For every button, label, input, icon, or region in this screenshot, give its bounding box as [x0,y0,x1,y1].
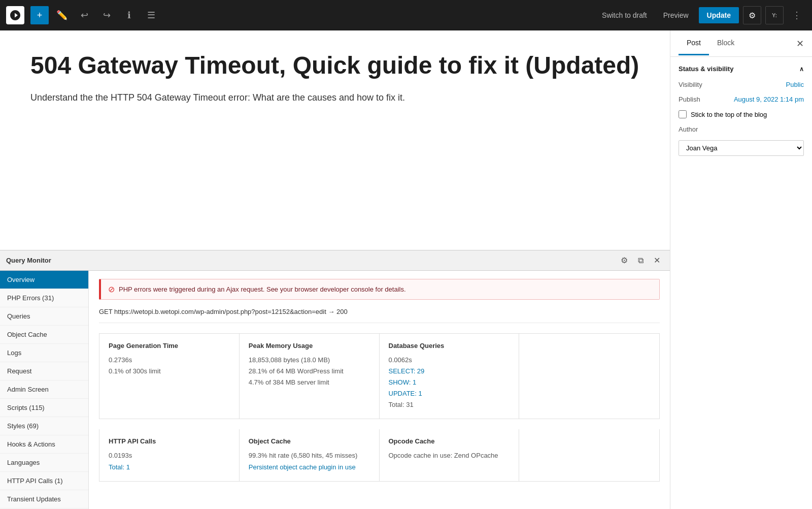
qm-header-icons: ⚙ ⧉ ✕ [617,253,664,268]
publish-date[interactable]: August 9, 2022 1:14 pm [734,96,804,103]
qm-stat-title-oc: Object Cache [249,437,370,445]
switch-draft-button[interactable]: Switch to draft [596,8,653,22]
qm-request-line: GET https://wetopi.b.wetopi.com/wp-admin… [99,308,660,323]
qm-error-notice: ⊘ PHP errors were triggered during an Aj… [99,279,660,300]
qm-stat-title-pm: Peak Memory Usage [249,342,370,349]
tab-block[interactable]: Block [709,31,742,55]
main-area: 504 Gateway Timeout, Quick guide to fix … [0,30,812,509]
status-visibility-title: Status & visibility [679,65,733,73]
post-sidebar: Post Block ✕ Status & visibility ∧ Visib… [670,30,812,509]
qm-stat-value-pgt: 0.2736s0.1% of 300s limit [109,355,230,377]
qm-stat-empty2 [519,429,659,481]
qm-http-total-link[interactable]: Total: 1 [109,462,230,473]
list-view-button[interactable]: ☰ [142,6,160,24]
qm-db-update-link[interactable]: UPDATE: 1 [389,388,510,399]
qm-title: Query Monitor [6,257,617,264]
info-button[interactable]: ℹ [120,6,138,24]
sidebar-header: Post Block ✕ [670,30,812,57]
error-icon: ⊘ [108,284,115,294]
qm-stat-title-pgt: Page Generation Time [109,342,230,349]
qm-error-text: PHP errors were triggered during an Ajax… [119,285,406,293]
qm-stat-empty1 [519,334,659,419]
stick-top-checkbox[interactable] [679,110,687,118]
qm-expand-button[interactable]: ⧉ [633,253,648,268]
add-block-button[interactable]: + [30,6,49,24]
qm-main-content: ⊘ PHP errors were triggered during an Aj… [89,271,670,509]
qm-nav-logs[interactable]: Logs [0,344,88,362]
query-monitor-panel: Query Monitor ⚙ ⧉ ✕ Overview PHP Errors … [0,250,670,509]
post-excerpt[interactable]: Understand the the HTTP 504 Gateway Time… [30,90,639,105]
qm-db-show-link[interactable]: SHOW: 1 [389,377,510,388]
qm-stat-value-opc: Opcode cache in use: Zend OPcache [389,450,510,461]
qm-stat-title-http: HTTP API Calls [109,437,230,445]
sidebar-tabs: Post Block [679,31,796,55]
qm-nav-sidebar: Overview PHP Errors (31) Queries Object … [0,271,89,509]
qm-nav-styles[interactable]: Styles (69) [0,417,88,435]
qm-nav-http-api-calls[interactable]: HTTP API Calls (1) [0,472,88,490]
qm-stat-db-queries: Database Queries 0.0062s SELECT: 29 SHOW… [380,334,520,419]
qm-oc-persistent-link[interactable]: Persistent object cache plugin in use [249,462,370,473]
wp-logo [6,6,24,24]
qm-stat-http-api: HTTP API Calls 0.0193s Total: 1 [99,429,240,481]
qm-nav-scripts[interactable]: Scripts (115) [0,399,88,417]
qm-nav-php-errors[interactable]: PHP Errors (31) [0,289,88,307]
qm-nav-queries[interactable]: Queries [0,307,88,326]
qm-body: Overview PHP Errors (31) Queries Object … [0,271,670,509]
publish-label: Publish [679,96,700,103]
undo-button[interactable]: ↩ [75,6,93,24]
qm-stat-object-cache: Object Cache 99.3% hit rate (6,580 hits,… [240,429,380,481]
edit-icon-button[interactable]: ✏️ [53,6,71,24]
qm-nav-object-cache[interactable]: Object Cache [0,326,88,344]
author-label: Author [679,125,698,133]
qm-stat-value-db: 0.0062s SELECT: 29 SHOW: 1 UPDATE: 1 Tot… [389,355,510,410]
qm-stat-page-gen-time: Page Generation Time 0.2736s0.1% of 300s… [99,334,240,419]
qm-stat-value-oc: 99.3% hit rate (6,580 hits, 45 misses) P… [249,450,370,472]
qm-nav-transient-updates[interactable]: Transient Updates [0,490,88,508]
publish-row: Publish August 9, 2022 1:14 pm [679,96,804,103]
more-options-button[interactable]: ⋮ [788,6,806,24]
qm-stats-row2: HTTP API Calls 0.0193s Total: 1 Object C… [99,429,660,481]
redo-button[interactable]: ↪ [97,6,116,24]
qm-db-total: Total: 31 [389,401,414,408]
author-select[interactable]: Joan Vega [679,140,804,156]
qm-stat-title-db: Database Queries [389,342,510,349]
stick-top-label: Stick to the top of the blog [691,111,767,118]
tab-post[interactable]: Post [679,31,709,55]
qm-nav-hooks-actions[interactable]: Hooks & Actions [0,435,88,454]
editor-area: 504 Gateway Timeout, Quick guide to fix … [0,30,670,509]
sidebar-content: Status & visibility ∧ Visibility Public … [670,57,812,509]
qm-stat-value-pm: 18,853,088 bytes (18.0 MB) 28.1% of 64 M… [249,355,370,388]
visibility-label: Visibility [679,81,702,88]
qm-header: Query Monitor ⚙ ⧉ ✕ [0,250,670,271]
visibility-row: Visibility Public [679,81,804,88]
visibility-value[interactable]: Public [786,81,804,88]
qm-stat-title-opc: Opcode Cache [389,437,510,445]
qm-nav-overview[interactable]: Overview [0,271,88,289]
update-button[interactable]: Update [699,7,739,23]
qm-stat-value-http: 0.0193s Total: 1 [109,450,230,472]
chevron-up-icon[interactable]: ∧ [799,66,804,73]
sidebar-close-button[interactable]: ✕ [796,38,804,49]
qm-stat-opcode-cache: Opcode Cache Opcode cache in use: Zend O… [380,429,520,481]
settings-icon-button[interactable]: ⚙ [743,6,761,24]
qm-nav-languages[interactable]: Languages [0,454,88,472]
qm-close-button[interactable]: ✕ [650,253,664,268]
yoast-button[interactable]: Y: [765,6,784,24]
qm-settings-button[interactable]: ⚙ [617,253,631,268]
author-row: Author [679,125,804,133]
qm-stat-peak-memory: Peak Memory Usage 18,853,088 bytes (18.0… [240,334,380,419]
preview-button[interactable]: Preview [657,8,695,22]
qm-nav-request[interactable]: Request [0,362,88,380]
status-visibility-header: Status & visibility ∧ [679,65,804,73]
qm-db-select-link[interactable]: SELECT: 29 [389,366,510,377]
wp-toolbar: + ✏️ ↩ ↪ ℹ ☰ Switch to draft Preview Upd… [0,0,812,30]
qm-stats-row1: Page Generation Time 0.2736s0.1% of 300s… [99,333,660,419]
post-title[interactable]: 504 Gateway Timeout, Quick guide to fix … [30,51,639,80]
stick-top-row: Stick to the top of the blog [679,110,804,118]
qm-nav-admin-screen[interactable]: Admin Screen [0,380,88,399]
